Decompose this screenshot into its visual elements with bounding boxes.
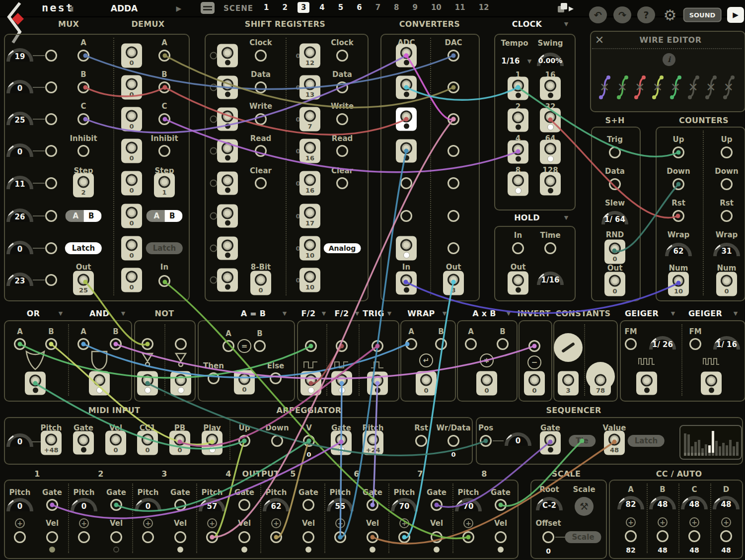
wire-editor-wire-3-icon[interactable]: ✕ — [632, 73, 647, 101]
sound-button[interactable]: SOUND — [683, 8, 722, 22]
mux-in-jack-8[interactable] — [45, 274, 57, 286]
sr2-out-jackbox-2[interactable]: 13 — [299, 75, 320, 100]
ch1-vel-jack[interactable] — [46, 531, 58, 543]
ch3-pitch-jack[interactable] — [142, 531, 154, 543]
scale-quantize-button[interactable]: Scale — [565, 531, 601, 543]
cc-d-jack[interactable] — [720, 530, 732, 542]
seq-pos-jack[interactable] — [480, 435, 492, 447]
dac-jack-6[interactable] — [447, 210, 459, 222]
f2b-in-jack[interactable] — [336, 340, 348, 352]
scene-8[interactable]: 8 — [390, 2, 402, 13]
clock-div-2-jackbox[interactable] — [508, 109, 528, 132]
mux-knob-8[interactable]: 23 — [6, 273, 33, 285]
and-a-jack[interactable] — [77, 338, 89, 350]
mux-in-jack-2[interactable] — [45, 81, 57, 93]
ch7-pitch-jack[interactable] — [398, 531, 410, 543]
sr1-out-jackbox-1[interactable] — [217, 44, 238, 68]
clock-div-8-jackbox[interactable] — [508, 172, 528, 196]
ch8-pitch-jack[interactable] — [462, 531, 474, 543]
wire-editor-wire-8-icon[interactable]: ✕ — [721, 73, 736, 101]
clock-dropdown-icon[interactable]: ▼ — [564, 21, 568, 27]
scene-3-active[interactable]: 3 — [298, 2, 309, 13]
axb-b-jack[interactable] — [497, 338, 509, 350]
sr2-analog-button[interactable]: Analog — [324, 243, 361, 253]
seq-pos-knob[interactable]: 0 — [505, 432, 531, 445]
and-header[interactable]: AND — [89, 309, 109, 318]
seq-value-jackbox[interactable]: 48 — [604, 431, 625, 455]
cc-c-jack[interactable] — [688, 530, 700, 542]
mux-knob-1[interactable]: 19 — [6, 48, 33, 61]
hold-in-jack[interactable] — [512, 242, 524, 254]
dac-jack-4[interactable] — [447, 145, 459, 157]
axb-dropdown-icon[interactable]: ▼ — [507, 310, 511, 317]
ch3-vel-jack[interactable] — [174, 531, 186, 543]
sr2-out-jackbox-3[interactable]: 7 — [299, 107, 320, 132]
aeb-dropdown-icon[interactable]: ▼ — [283, 310, 287, 317]
arp-gate-jackbox[interactable] — [331, 431, 352, 455]
counter1-num-jackbox[interactable]: 10 — [668, 272, 689, 296]
counter2-up-jack[interactable] — [721, 146, 733, 158]
ch6-pitch-jack[interactable] — [334, 531, 346, 543]
copy-scene-icon[interactable] — [557, 2, 575, 15]
trig-header[interactable]: TRIG — [363, 309, 384, 318]
geiger1-rate-knob[interactable]: 1/ 26 — [649, 336, 676, 349]
ch7-vel-jack[interactable] — [431, 531, 443, 543]
mux-in-jack-5[interactable] — [45, 177, 57, 189]
dac-jack-5[interactable] — [447, 177, 459, 189]
ch2-offset-icon[interactable]: + — [79, 518, 89, 528]
scene-6[interactable]: 6 — [353, 2, 365, 13]
mux-out-jackbox[interactable]: 25 — [73, 271, 94, 295]
mux-knob-6[interactable]: 26 — [6, 209, 33, 221]
and-out-jackbox[interactable] — [89, 371, 110, 396]
sr1-clear-jack[interactable] — [255, 177, 267, 189]
sr2-out-jackbox-7[interactable]: 10 — [299, 236, 320, 261]
ch4-pitch-jack[interactable] — [206, 531, 218, 543]
seq-wrdata-jack[interactable] — [447, 435, 459, 447]
scale-root-knob[interactable]: C-2 — [536, 497, 563, 510]
axb-a-jack[interactable] — [465, 338, 477, 350]
and-dropdown-icon[interactable]: ▼ — [121, 310, 125, 317]
scene-7[interactable]: 7 — [372, 2, 384, 13]
axb-header[interactable]: A x B — [472, 309, 496, 318]
sr2-clear-jack[interactable] — [336, 177, 348, 189]
scene-2[interactable]: 2 — [279, 2, 291, 13]
wire-editor-wire-1-icon[interactable]: ✕ — [597, 73, 612, 101]
demux-ab-toggle[interactable]: AB — [146, 210, 182, 222]
swing-knob[interactable]: 0.00% — [537, 53, 564, 65]
ch2-pitch-knob[interactable]: 0 — [71, 498, 97, 511]
counter2-rst-jack[interactable] — [721, 210, 733, 222]
sr2-write-jack[interactable] — [336, 113, 348, 125]
ch6-pitch-knob[interactable]: 55 — [327, 498, 354, 511]
f2a-out-jackbox[interactable] — [300, 371, 321, 396]
counter2-wrap-knob[interactable]: 31 — [713, 243, 740, 256]
geiger1-out-jackbox[interactable] — [636, 372, 657, 395]
f2b-out-jackbox[interactable] — [331, 371, 352, 396]
ch4-pitch-knob[interactable]: 57 — [199, 498, 225, 511]
sh-rnd-jackbox[interactable]: 0 — [604, 240, 625, 264]
cc-d-knob[interactable]: 48 — [713, 496, 740, 509]
dac-jack-2[interactable] — [447, 81, 459, 93]
clock-div-32-jackbox[interactable] — [540, 108, 561, 133]
counter2-down-jack[interactable] — [721, 178, 733, 190]
wire-editor-wire-2-icon[interactable]: ✕ — [615, 73, 630, 101]
sr2-read-jack[interactable] — [336, 145, 348, 157]
ch7-offset-icon[interactable]: + — [399, 518, 409, 528]
ch8-pitch-knob[interactable]: 70 — [455, 498, 482, 511]
ch3-offset-icon[interactable]: + — [143, 518, 153, 528]
ch5-pitch-jack[interactable] — [270, 531, 282, 543]
wire-editor-wire-5-icon[interactable]: ✕ — [668, 73, 683, 101]
demux-out-jackbox-3[interactable]: 0 — [121, 107, 142, 132]
trig-in-jack[interactable] — [372, 340, 383, 352]
and-b-jack[interactable] — [110, 338, 122, 350]
sh-slew-knob[interactable]: 1/ 64 — [601, 211, 628, 224]
sequencer-step-display[interactable] — [679, 425, 742, 460]
scale-tools-icon[interactable]: ⚒ — [575, 497, 594, 516]
mux-knob-7[interactable]: 0 — [6, 241, 33, 254]
not1-out-jackbox[interactable] — [137, 371, 158, 396]
demux-c-jack[interactable] — [158, 113, 170, 125]
play-button[interactable]: ▶ — [727, 7, 744, 23]
ch5-pitch-knob[interactable]: 62 — [263, 498, 290, 511]
adc-jackbox-2[interactable] — [396, 76, 417, 99]
sr1-write-jack[interactable] — [255, 113, 267, 125]
clock-div-4-jackbox[interactable] — [508, 140, 528, 164]
